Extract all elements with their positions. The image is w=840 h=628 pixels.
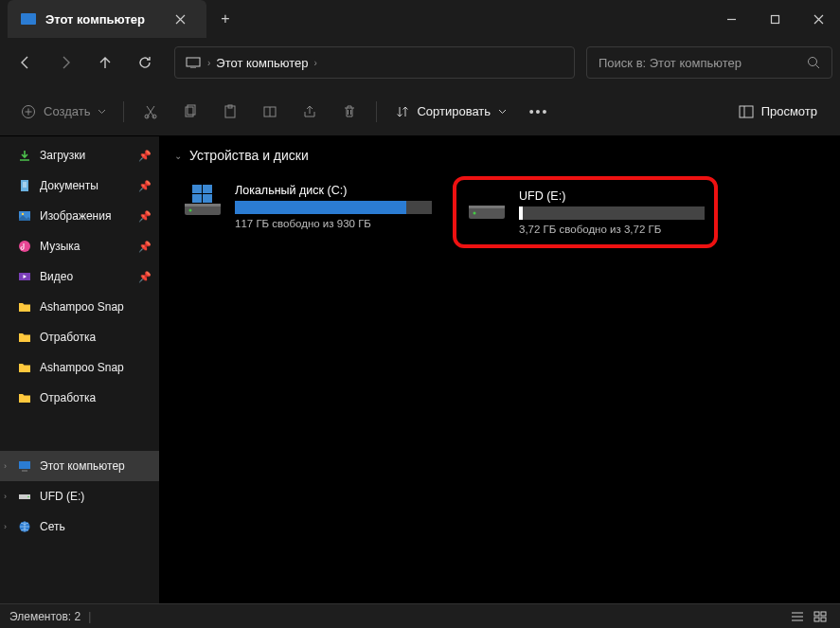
svg-rect-0 [771, 15, 778, 23]
tab-title: Этот компьютер [45, 12, 157, 27]
sidebar-item[interactable]: Отработка [0, 383, 159, 413]
sort-button[interactable]: Сортировать [384, 96, 518, 128]
chevron-right-icon[interactable]: › [4, 522, 7, 531]
pc-icon [17, 458, 32, 474]
sidebar-item[interactable]: Ashampoo Snap [0, 352, 159, 383]
icons-view-button[interactable] [810, 607, 831, 626]
details-view-button[interactable] [787, 607, 808, 626]
tab-active[interactable]: Этот компьютер [8, 0, 206, 38]
sidebar-item[interactable]: Загрузки📌 [0, 140, 159, 170]
close-tab-button[interactable] [167, 6, 193, 32]
status-text: Элементов: 2 [9, 610, 80, 623]
paste-button[interactable] [211, 95, 249, 129]
breadcrumb-location[interactable]: Этот компьютер [216, 56, 308, 70]
back-button[interactable] [8, 45, 44, 80]
svg-point-30 [474, 212, 476, 215]
statusbar: Элементов: 2 | [0, 603, 840, 628]
content-area: ⌄ Устройства и диски Локальный диск (C:)… [159, 136, 840, 603]
sidebar-item-label: Загрузки [40, 149, 85, 162]
svg-rect-1 [187, 58, 200, 66]
downloads-icon [17, 148, 32, 163]
sidebar: Загрузки📌Документы📌Изображения📌Музыка📌Ви… [0, 136, 159, 603]
plus-circle-icon [21, 104, 36, 119]
sidebar-item-label: Сеть [40, 520, 65, 533]
view-icon [739, 105, 754, 118]
refresh-button[interactable] [127, 45, 163, 80]
window-controls [709, 0, 840, 38]
chevron-right-icon: › [314, 58, 317, 68]
svg-point-2 [809, 58, 817, 66]
pc-icon [185, 56, 202, 69]
titlebar: Этот компьютер + [0, 0, 840, 38]
svg-rect-17 [19, 461, 30, 469]
svg-rect-26 [192, 194, 202, 203]
share-button[interactable] [291, 95, 329, 129]
svg-point-23 [189, 209, 192, 212]
new-tab-button[interactable]: + [206, 0, 244, 38]
drive-icon [17, 489, 32, 504]
pin-icon: 📌 [138, 271, 152, 283]
documents-icon [17, 178, 32, 193]
sidebar-item[interactable]: Видео📌 [0, 261, 159, 292]
rename-button[interactable] [251, 95, 289, 129]
delete-button[interactable] [331, 95, 368, 129]
sidebar-item[interactable]: Музыка📌 [0, 231, 159, 261]
network-icon [17, 519, 32, 534]
svg-rect-11 [740, 106, 753, 117]
svg-point-14 [22, 213, 24, 215]
forward-button[interactable] [47, 45, 83, 80]
chevron-right-icon[interactable]: › [4, 461, 7, 471]
videos-icon [17, 269, 32, 284]
svg-point-5 [152, 115, 156, 118]
svg-point-19 [27, 496, 29, 498]
create-button[interactable]: Создать [11, 96, 116, 128]
sidebar-item-label: Документы [40, 179, 98, 192]
pin-icon: 📌 [138, 210, 152, 223]
drive-name: UFD (E:) [519, 189, 705, 203]
maximize-button[interactable] [753, 0, 796, 38]
drive-progress [519, 206, 705, 220]
sidebar-item-label: Изображения [40, 209, 111, 223]
cut-button[interactable] [132, 95, 170, 129]
pin-icon: 📌 [138, 241, 152, 253]
group-header[interactable]: ⌄ Устройства и диски [174, 148, 825, 163]
more-button[interactable]: ••• [520, 95, 558, 129]
sidebar-tree-item[interactable]: ›Этот компьютер [0, 451, 159, 481]
view-button[interactable]: Просмотр [727, 96, 829, 128]
sidebar-item-label: Видео [40, 270, 73, 283]
svg-rect-22 [185, 204, 221, 206]
pictures-icon [17, 208, 32, 224]
copy-button[interactable] [171, 95, 209, 129]
drive-name: Локальный диск (C:) [235, 184, 432, 197]
svg-rect-32 [821, 612, 826, 616]
sidebar-item[interactable]: Изображения📌 [0, 201, 159, 231]
folder-icon [17, 390, 32, 405]
search-input[interactable]: Поиск в: Этот компьютер [586, 46, 832, 79]
sidebar-tree-item[interactable]: ›UFD (E:) [0, 481, 159, 511]
svg-rect-31 [814, 612, 819, 616]
pin-icon: 📌 [138, 150, 152, 162]
toolbar: Создать Сортировать ••• Просмотр [0, 87, 840, 136]
drive-item[interactable]: UFD (E:) 3,72 ГБ свободно из 3,72 ГБ [453, 176, 718, 248]
svg-rect-24 [192, 185, 202, 193]
address-bar[interactable]: › Этот компьютер › [174, 46, 575, 79]
svg-rect-12 [21, 180, 28, 191]
chevron-right-icon[interactable]: › [4, 492, 7, 501]
up-button[interactable] [87, 45, 123, 80]
close-button[interactable] [796, 0, 840, 38]
svg-rect-29 [469, 206, 505, 208]
sidebar-item-label: Этот компьютер [40, 459, 125, 473]
music-icon [17, 239, 32, 254]
sidebar-item-label: Музыка [40, 240, 80, 253]
sort-icon [396, 105, 409, 118]
sidebar-tree-item[interactable]: ›Сеть [0, 511, 159, 542]
minimize-button[interactable] [709, 0, 753, 38]
svg-rect-25 [203, 185, 212, 193]
sidebar-item[interactable]: Ashampoo Snap [0, 292, 159, 322]
chevron-down-icon [498, 107, 507, 116]
group-title: Устройства и диски [189, 148, 309, 163]
sidebar-item[interactable]: Документы📌 [0, 170, 159, 201]
chevron-down-icon [98, 107, 106, 116]
sidebar-item[interactable]: Отработка [0, 322, 159, 352]
drive-item[interactable]: Локальный диск (C:) 117 ГБ свободно из 9… [174, 176, 439, 248]
